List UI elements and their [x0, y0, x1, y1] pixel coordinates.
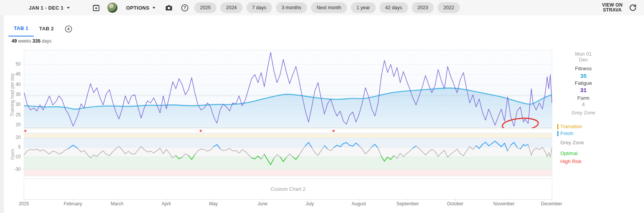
tab-2[interactable]: TAB 2 — [34, 22, 59, 36]
screenshot-button[interactable] — [165, 3, 173, 12]
avatar[interactable] — [107, 2, 118, 13]
x-axis-month-tick — [552, 199, 552, 201]
custom-chart-2-label: Custom Chart 2 — [271, 186, 305, 192]
main-y-tick-label: 35 — [4, 92, 21, 97]
form-zone-band — [24, 134, 552, 138]
form-zone-band — [24, 170, 552, 176]
left-gutter — [0, 15, 4, 213]
x-axis-month-label: February — [56, 201, 90, 206]
legend-item-optimal: Optimal — [560, 150, 578, 156]
cursor-date: Mon 01 Dec — [555, 51, 612, 63]
period-button[interactable]: 3 months — [276, 2, 307, 13]
x-axis-month-label: April — [149, 201, 183, 206]
event-marker-dot[interactable] — [200, 130, 202, 132]
tab-bar: TAB 1 TAB 2 — [8, 21, 73, 36]
add-tab-button[interactable] — [64, 25, 73, 33]
fitness-label: Fitness — [555, 66, 612, 71]
form-zone-band — [24, 157, 552, 170]
cursor-date-line2: Dec — [555, 57, 612, 63]
period-button[interactable]: 2024 — [220, 2, 243, 13]
date-range-label: JAN 1 - DEC 1 — [29, 5, 64, 11]
plus-circle-icon — [64, 25, 73, 33]
x-axis-month-label: September — [390, 201, 425, 206]
event-marker-lane — [24, 128, 552, 133]
calendar-add-button[interactable] — [92, 4, 100, 12]
x-axis-month-tick — [73, 199, 73, 201]
x-axis-month-tick — [310, 199, 310, 201]
fitness-value: 35 — [555, 73, 612, 79]
main-y-tick-label: 25 — [4, 112, 21, 117]
form-y-tick-label: 5 — [4, 144, 21, 150]
main-y-tick-label: 45 — [4, 71, 21, 77]
fatigue-value: 31 — [555, 87, 612, 93]
form-line-segment — [132, 154, 135, 154]
main-y-tick-label: 30 — [4, 102, 21, 107]
days-count: 335 — [33, 38, 41, 44]
legend-item-transition: Transition — [560, 124, 582, 129]
form-y-tick-label: -30 — [4, 167, 21, 172]
x-axis-month-tick — [213, 199, 214, 201]
x-axis-month-label: November — [487, 201, 521, 206]
lane-divider — [24, 129, 552, 130]
event-marker-dot[interactable] — [24, 130, 26, 132]
weeks-count: 49 — [12, 38, 17, 44]
x-axis-month-label: August — [342, 201, 376, 206]
form-y-tick-label: 20 — [4, 135, 21, 140]
view-on-strava-line2: STRAVA — [602, 8, 623, 13]
main-y-tick-label: 20 — [4, 122, 21, 127]
form-chart[interactable] — [24, 134, 552, 176]
view-on-strava-link[interactable]: VIEW ON STRAVA — [602, 3, 623, 13]
svg-text:?: ? — [183, 5, 186, 10]
period-button[interactable]: 2022 — [438, 2, 460, 13]
x-axis-month-label: May — [196, 201, 231, 206]
x-axis-month-tick — [455, 199, 456, 201]
tab-1[interactable]: TAB 1 — [8, 21, 34, 36]
refresh-button[interactable] — [629, 3, 637, 12]
x-axis-month-tick — [504, 199, 504, 201]
main-y-tick-label: 50 — [4, 61, 21, 67]
period-button[interactable]: 1 year — [351, 2, 376, 13]
x-axis-month-tick — [166, 199, 167, 201]
period-button[interactable]: 2025 — [194, 2, 216, 13]
chevron-down-icon — [67, 7, 70, 9]
options-label: OPTIONS — [126, 5, 150, 11]
legend-item-grey-zone: Grey Zone — [560, 140, 584, 145]
fitness-trend-chart[interactable] — [24, 50, 552, 129]
event-marker-dot[interactable] — [332, 130, 335, 132]
period-button[interactable]: 42 days — [380, 2, 408, 13]
chevron-down-icon — [152, 7, 155, 9]
form-label: Form — [555, 95, 612, 101]
help-button[interactable]: ? — [181, 4, 189, 12]
legend-item-fresh: Fresh — [560, 130, 573, 136]
current-zone-label: Grey Zone — [555, 110, 612, 116]
x-axis-month-label: December — [534, 201, 569, 206]
period-button[interactable]: 7 days — [246, 2, 272, 13]
x-axis-month-label: July — [292, 201, 327, 206]
toolbar: JAN 1 - DEC 1 OPTIONS — [0, 0, 644, 15]
x-axis-month-tick — [359, 199, 359, 201]
x-axis-month-label: June — [245, 201, 280, 206]
main-y-tick-label: 40 — [4, 82, 21, 87]
form-zone-band — [24, 138, 552, 147]
legend-color-bar — [557, 131, 558, 136]
form-value: 4 — [555, 101, 612, 107]
weeks-label: weeks — [18, 38, 31, 44]
fatigue-label: Fatigue — [555, 80, 612, 86]
legend-item-high-risk: High Risk — [560, 159, 582, 164]
x-axis-month-label: October — [438, 201, 472, 206]
x-axis-month-tick — [263, 199, 263, 201]
form-line-segment — [233, 150, 236, 151]
custom-chart-2-panel[interactable]: Custom Chart 2 — [24, 178, 552, 200]
form-y-tick-label: -10 — [4, 154, 21, 159]
period-summary: 49 weeks 335 days — [12, 38, 51, 44]
days-label: days — [42, 38, 51, 44]
refresh-icon — [629, 3, 637, 12]
period-button[interactable]: 2023 — [412, 2, 434, 13]
x-axis-month-tick — [408, 199, 408, 201]
calendar-plus-icon — [92, 4, 100, 12]
date-range-dropdown[interactable]: JAN 1 - DEC 1 — [29, 5, 70, 11]
options-dropdown[interactable]: OPTIONS — [126, 5, 156, 11]
cursor-date-line1: Mon 01 — [555, 51, 612, 57]
period-button[interactable]: Next month — [311, 2, 347, 13]
x-axis-month-tick — [117, 199, 117, 201]
